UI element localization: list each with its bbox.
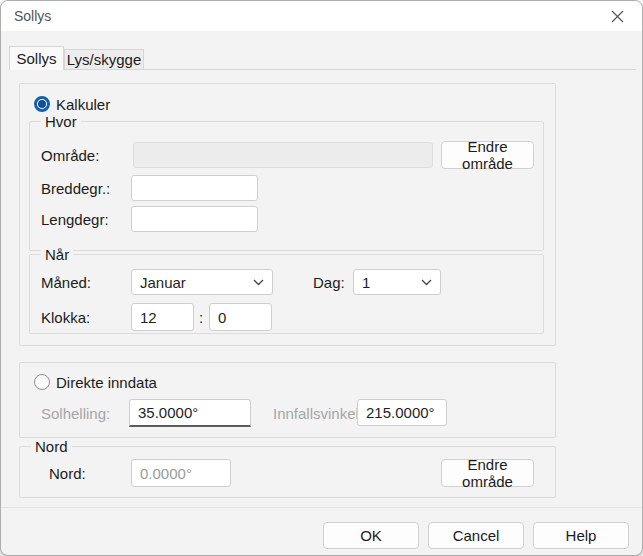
cancel-button[interactable]: Cancel <box>428 522 524 549</box>
dag-dropdown-value: 1 <box>362 274 370 291</box>
maned-dropdown[interactable]: Januar <box>131 269 273 295</box>
innfallsvinkel-input[interactable] <box>357 399 447 426</box>
breddegr-label: Breddegr.: <box>41 181 110 197</box>
lengdegr-label: Lengdegr: <box>41 212 109 228</box>
close-button[interactable] <box>595 1 639 31</box>
close-icon <box>611 10 624 23</box>
dag-label: Dag: <box>313 275 345 291</box>
klokka-hour-input[interactable] <box>131 303 194 331</box>
klokka-minute-input[interactable] <box>209 303 272 331</box>
nar-legend: Når <box>41 246 73 263</box>
help-button[interactable]: Help <box>533 522 629 549</box>
footer-divider <box>1 507 643 508</box>
direkte-radio-label: Direkte inndata <box>56 375 157 391</box>
direkte-radio[interactable] <box>34 374 50 390</box>
ok-button[interactable]: OK <box>323 522 419 549</box>
nar-groupbox: Når <box>29 254 544 334</box>
breddegr-input[interactable] <box>131 175 258 201</box>
klokka-colon: : <box>199 309 203 326</box>
dag-dropdown[interactable]: 1 <box>353 269 441 295</box>
tab-sollys[interactable]: Sollys <box>9 46 64 70</box>
omrade-input[interactable] <box>133 142 433 168</box>
lengdegr-input[interactable] <box>131 206 258 232</box>
maned-dropdown-value: Januar <box>140 274 186 291</box>
chevron-down-icon <box>253 279 264 286</box>
tab-strip-divider <box>9 69 636 70</box>
title-bar: Sollys <box>1 1 642 31</box>
nord-legend: Nord <box>31 438 72 455</box>
endre-omrade-button-nord[interactable]: Endre område <box>441 459 534 487</box>
klokka-label: Klokka: <box>41 310 90 326</box>
innfallsvinkel-label: Innfallsvinkel: <box>273 406 363 422</box>
chevron-down-icon <box>421 279 432 286</box>
kalkuler-radio[interactable] <box>34 96 50 112</box>
solhelling-input[interactable] <box>129 399 251 427</box>
tab-sollys-label: Sollys <box>16 50 56 67</box>
nord-label: Nord: <box>49 466 86 482</box>
maned-label: Måned: <box>41 275 91 291</box>
endre-omrade-button-hvor[interactable]: Endre område <box>441 141 534 169</box>
tab-lys-skygge-label: Lys/skygge <box>67 51 141 68</box>
omrade-label: Område: <box>41 148 99 164</box>
sollys-dialog: Sollys Sollys Lys/skygge Kalkuler Hvor O… <box>0 0 643 556</box>
tab-lys-skygge[interactable]: Lys/skygge <box>64 49 144 69</box>
window-title: Sollys <box>14 8 51 24</box>
nord-input[interactable] <box>131 459 231 487</box>
kalkuler-radio-label: Kalkuler <box>56 97 110 113</box>
hvor-legend: Hvor <box>41 113 81 130</box>
solhelling-label: Solhelling: <box>41 406 110 422</box>
